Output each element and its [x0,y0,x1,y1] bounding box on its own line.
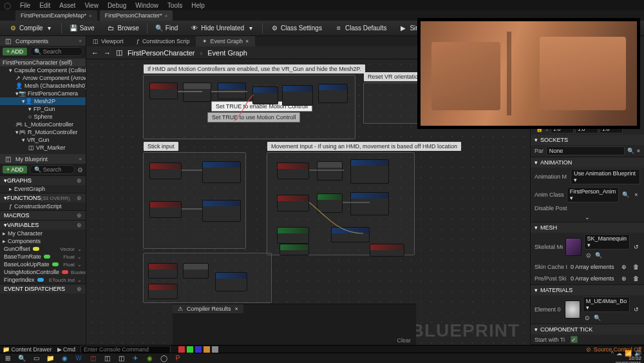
bp-node[interactable] [282,85,313,106]
nav-fwd[interactable]: → [104,49,111,57]
chevron-down-icon[interactable]: ⌄ [77,277,82,283]
explorer-icon[interactable]: 📁 [45,354,55,363]
reset-icon[interactable]: ↺ [632,242,640,251]
color-swatch[interactable] [204,346,210,353]
plus-icon[interactable]: ⊕ [77,177,82,184]
tab-construction[interactable]: ƒ Construction Scrip [130,36,196,46]
macros-header[interactable]: Macros⊕ [0,210,86,220]
bc-graph[interactable]: Event Graph [207,49,247,57]
var-item[interactable]: GunOffsetVector⌄ [0,245,86,253]
close-icon[interactable]: × [165,13,168,19]
bp-node[interactable] [318,84,348,103]
trash-icon[interactable]: 🗑 [631,262,640,271]
bp-node[interactable] [331,227,370,242]
componenttick-header[interactable]: ▾ Component Tick [531,324,644,335]
doc-tab-map[interactable]: FirstPersonExampleMap* × [15,10,97,21]
bp-node[interactable] [350,159,389,184]
plus-icon[interactable]: ⊕ [77,286,82,292]
bp-node[interactable] [252,86,278,104]
bp-node[interactable] [277,162,309,179]
chevron-down-icon[interactable]: ⌄ [77,262,82,268]
unreal-icon[interactable]: ◯ [158,354,169,363]
close-icon[interactable]: × [79,156,82,162]
clear-button[interactable]: Clear [397,337,411,344]
color-swatch[interactable] [195,346,202,353]
bp-node[interactable] [350,192,389,215]
tree-item[interactable]: ◫ VR_Marker [0,144,86,152]
color-swatch[interactable] [212,346,218,353]
anim-class-select[interactable]: FirstPerson_Anim ▾ [567,187,620,202]
bp-node[interactable] [218,83,246,99]
bp-node[interactable] [279,244,309,255]
material-thumbnail[interactable] [565,300,580,319]
app-icon[interactable]: ◫ [88,354,98,363]
var-item[interactable]: UsingMotionControlleBoolean⌄ [0,268,86,276]
mesh-header[interactable]: ▾ Mesh [531,222,644,233]
var-item[interactable]: FingerIndexETouch Ind⌄ [0,276,86,284]
add-component-button[interactable]: + ADD [3,48,27,55]
plus-icon[interactable]: ⊕ [620,262,629,271]
tree-item[interactable]: ▾ VR_Gun [0,136,86,144]
bp-node[interactable] [202,200,241,222]
menu-tools[interactable]: Tools [167,2,182,9]
tree-item[interactable]: 🎮 L_MotionController [0,121,86,128]
graph-item[interactable]: ▸ EventGraph [0,185,86,193]
tree-item[interactable]: FirstPersonCharacter (self) [0,59,86,66]
bp-node[interactable] [215,272,247,291]
parent-socket-input[interactable] [546,146,625,155]
var-item[interactable]: BaseLookUpRateFloat⌄ [0,260,86,268]
menu-view[interactable]: View [84,2,99,9]
tree-item[interactable]: ▾📷 FirstPersonCamera [0,90,86,97]
plus-icon[interactable]: ⊕ [77,212,82,219]
color-swatch[interactable] [187,346,193,353]
sockets-header[interactable]: ▾ Sockets [531,135,644,145]
save-button[interactable]: 💾Save [64,23,100,34]
var-group[interactable]: ▸ My Character [0,230,86,237]
menu-asset[interactable]: Asset [59,2,75,9]
compiler-results-tab[interactable]: ⚠ Compiler Results × [173,304,243,313]
tree-item[interactable]: 👤 Mesh (CharacterMesh0) (Inherited) [0,82,86,90]
taskview-icon[interactable]: ▭ [31,354,41,363]
menu-window[interactable]: Window [135,2,158,9]
plus-icon[interactable]: ⊕ [77,195,82,201]
tab-event-graph[interactable]: ✦ Event Graph × [196,36,255,46]
bp-node[interactable] [148,284,178,299]
search-icon[interactable]: 🔍 [593,313,602,322]
bp-node[interactable] [183,263,209,279]
functions-header[interactable]: ▾ Functions (33 OVERR)⊕ [0,193,86,202]
app-icon[interactable]: ◫ [116,354,126,363]
bp-node[interactable] [277,195,309,211]
chevron-down-icon[interactable]: ⌄ [77,246,82,252]
menu-file[interactable]: File [20,2,30,9]
mesh-thumbnail[interactable] [565,238,581,256]
word-icon[interactable]: W [73,354,84,363]
chevron-down-icon[interactable]: ⌄ [77,254,82,260]
tree-item[interactable]: ○ Sphere [0,113,86,121]
bp-node[interactable] [317,193,343,213]
variables-header[interactable]: ▾ Variables⊕ [0,220,86,230]
plus-icon[interactable]: ⊕ [77,222,82,228]
bp-node[interactable] [202,161,241,183]
bp-node[interactable] [149,83,178,99]
material-select[interactable]: M_UE4Man_Bo ▾ [583,297,630,312]
menu-help[interactable]: Help [191,2,205,9]
bp-node[interactable] [148,263,178,279]
gear-icon[interactable]: ⚙ [77,166,83,173]
plus-icon[interactable]: ⊕ [620,274,629,283]
search-icon[interactable]: 🔍 [621,190,629,199]
bp-node[interactable] [317,161,343,181]
checkbox[interactable]: ✓ [571,336,578,343]
components-search[interactable]: 🔍 Search [30,47,83,56]
search-icon[interactable]: 🔍 [594,251,603,260]
comment-region[interactable]: Reset VR orientation a [363,83,421,124]
app-icon[interactable]: ◫ [102,354,112,363]
components-panel-tab[interactable]: ◫ Components × [0,36,86,46]
class-settings-button[interactable]: ⚙Class Settings [265,23,327,34]
nvidia-icon[interactable]: ◉ [144,354,155,363]
animation-header[interactable]: ▾ Animation [531,157,644,168]
start-button[interactable]: ⊞ [3,354,13,363]
reset-icon[interactable]: ↺ [632,305,640,314]
search-icon[interactable]: 🔍 [627,146,634,155]
materials-header[interactable]: ▾ Materials [531,285,644,295]
bp-node[interactable] [277,227,309,244]
